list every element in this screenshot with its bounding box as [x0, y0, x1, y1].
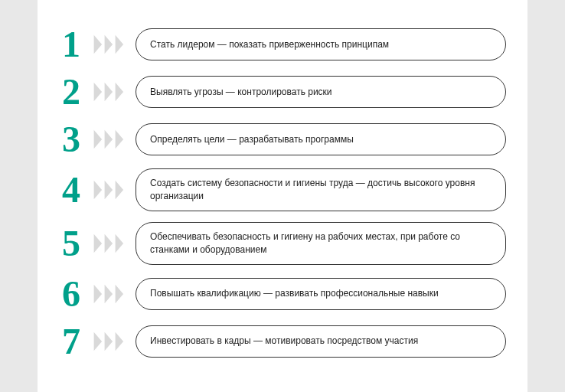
item-text-pill: Стать лидером — показать приверженность … — [136, 28, 506, 60]
item-text: Выявлять угрозы — контролировать риски — [150, 86, 332, 99]
item-number: 4 — [59, 172, 83, 208]
list-item: 4 Создать систему безопасности и гигиены… — [59, 168, 506, 211]
chevron-right-icon — [93, 128, 126, 151]
item-text: Инвестировать в кадры — мотивировать пос… — [150, 335, 418, 348]
list-item: 5 Обеспечивать безопасность и гигиену на… — [59, 222, 506, 265]
list-item: 6 Повышать квалификацию — развивать проф… — [59, 276, 506, 312]
item-text: Стать лидером — показать приверженность … — [150, 38, 389, 51]
item-text: Повышать квалификацию — развивать профес… — [150, 287, 439, 300]
chevron-right-icon — [93, 33, 126, 56]
chevron-right-icon — [93, 283, 126, 305]
item-text: Создать систему безопасности и гигиены т… — [150, 177, 492, 203]
item-number: 3 — [59, 121, 83, 158]
principles-list: 1 Стать лидером — показать приверженност… — [59, 26, 506, 359]
item-text-pill: Обеспечивать безопасность и гигиену на р… — [136, 222, 506, 265]
item-text: Определять цели — разрабатывать программ… — [150, 133, 354, 146]
list-item: 7 Инвестировать в кадры — мотивировать п… — [59, 323, 506, 360]
chevron-right-icon — [93, 330, 126, 353]
chevron-right-icon — [93, 232, 126, 255]
item-number: 2 — [59, 74, 83, 110]
list-item: 2 Выявлять угрозы — контролировать риски — [59, 74, 506, 110]
item-text-pill: Инвестировать в кадры — мотивировать пос… — [136, 325, 506, 358]
chevron-right-icon — [93, 80, 126, 103]
item-text-pill: Определять цели — разрабатывать программ… — [136, 123, 506, 155]
item-text-pill: Повышать квалификацию — развивать профес… — [136, 278, 506, 310]
list-item: 3 Определять цели — разрабатывать програ… — [59, 121, 506, 158]
item-number: 6 — [59, 276, 83, 312]
item-number: 1 — [59, 26, 83, 63]
item-number: 7 — [59, 323, 83, 360]
principles-card: 1 Стать лидером — показать приверженност… — [38, 0, 527, 392]
list-item: 1 Стать лидером — показать приверженност… — [59, 26, 506, 63]
item-text: Обеспечивать безопасность и гигиену на р… — [150, 230, 492, 256]
chevron-right-icon — [93, 178, 126, 201]
item-number: 5 — [59, 225, 83, 262]
item-text-pill: Выявлять угрозы — контролировать риски — [136, 76, 506, 108]
item-text-pill: Создать систему безопасности и гигиены т… — [136, 168, 506, 211]
